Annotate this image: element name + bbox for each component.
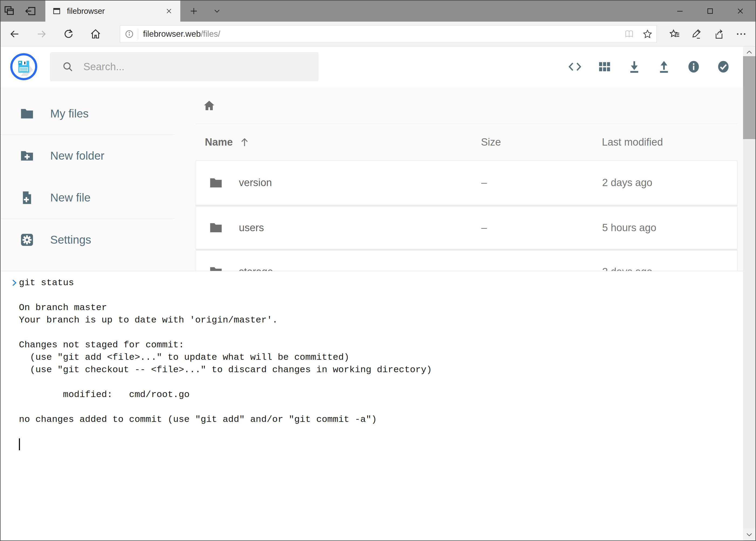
file-row-version[interactable]: version – 2 days ago <box>196 161 737 205</box>
terminal-command: git status <box>19 276 743 289</box>
new-tab-button[interactable] <box>185 1 202 22</box>
favorites-hub-icon <box>669 28 681 40</box>
page-content: Search... <box>1 46 755 540</box>
sidebar-item-my-files[interactable]: My files <box>1 93 175 135</box>
minimize-button[interactable] <box>665 1 695 22</box>
column-header-size[interactable]: Size <box>472 136 593 148</box>
file-size: – <box>472 177 593 189</box>
code-icon <box>568 59 582 74</box>
set-tabs-aside-button[interactable] <box>22 1 39 22</box>
grid-view-icon <box>597 59 612 74</box>
tab-preview-button[interactable] <box>1 1 18 22</box>
file-modified: 5 hours ago <box>593 222 737 234</box>
site-info-icon[interactable] <box>125 29 134 39</box>
raw-code-button[interactable] <box>567 59 583 74</box>
back-button[interactable] <box>1 22 28 46</box>
home-button[interactable] <box>82 22 109 46</box>
search-placeholder: Search... <box>84 61 125 73</box>
favorite-star-icon[interactable] <box>642 29 652 39</box>
terminal-line: no changes added to commit (use "git add… <box>19 413 743 426</box>
scrollbar-thumb[interactable] <box>743 56 755 139</box>
file-row-users[interactable]: users – 5 hours ago <box>196 205 737 249</box>
upload-button[interactable] <box>656 59 671 74</box>
forward-button[interactable] <box>28 22 55 46</box>
web-notes-pen-icon <box>691 28 703 40</box>
back-icon <box>9 28 20 40</box>
file-size: – <box>472 222 593 234</box>
grid-view-button[interactable] <box>597 59 612 74</box>
column-header-name[interactable]: Name <box>196 136 472 148</box>
close-icon <box>165 8 172 15</box>
tab-list-button[interactable] <box>208 1 226 22</box>
app-header: Search... <box>1 46 755 87</box>
app-actions <box>567 59 731 74</box>
terminal-cursor-line <box>19 438 743 450</box>
sidebar-item-label: My files <box>50 107 89 120</box>
home-icon <box>90 28 101 40</box>
terminal-line: Your branch is up to date with 'origin/m… <box>19 314 743 326</box>
select-button[interactable] <box>716 59 731 74</box>
sidebar-item-new-folder[interactable]: New folder <box>1 135 175 177</box>
more-options-button[interactable] <box>730 24 752 45</box>
folder-icon <box>19 106 35 121</box>
terminal-line: modified: cmd/root.go <box>19 388 743 401</box>
gear-icon <box>19 232 35 248</box>
text-cursor <box>19 438 20 450</box>
chevron-up-icon <box>745 48 753 56</box>
terminal-line <box>19 401 743 413</box>
folder-icon <box>209 221 223 235</box>
close-icon <box>736 7 744 15</box>
url-path: /files/ <box>201 29 220 39</box>
browser-toolbar: filebrowser.web/files/ <box>1 22 755 46</box>
terminal-line: On branch master <box>19 301 743 314</box>
sidebar-item-new-file[interactable]: New file <box>1 177 175 219</box>
home-icon[interactable] <box>203 99 216 112</box>
search-input[interactable]: Search... <box>50 52 319 81</box>
download-icon <box>627 59 641 74</box>
tab-close-button[interactable] <box>163 5 175 17</box>
file-name: users <box>239 222 264 234</box>
window-controls <box>665 1 755 22</box>
file-modified: 2 days ago <box>593 177 737 189</box>
tab-title: filebrowser <box>67 7 163 16</box>
browser-tab[interactable]: filebrowser <box>45 1 180 22</box>
url-text[interactable]: filebrowser.web/files/ <box>143 29 617 39</box>
chevron-down-icon <box>745 530 753 539</box>
reading-view-icon[interactable] <box>624 29 634 39</box>
close-window-button[interactable] <box>725 1 755 22</box>
set-tabs-aside-icon <box>24 5 36 17</box>
info-button[interactable] <box>686 59 701 74</box>
file-name: version <box>239 177 272 189</box>
sidebar-item-settings[interactable]: Settings <box>1 219 175 261</box>
browser-window: filebrowser <box>0 0 756 541</box>
favorites-hub-button[interactable] <box>664 24 686 45</box>
terminal-line <box>19 376 743 388</box>
maximize-button[interactable] <box>695 1 725 22</box>
more-options-icon <box>735 28 747 40</box>
scroll-down-button[interactable] <box>743 529 755 540</box>
terminal-line: (use "git checkout -- <file>..." to disc… <box>19 363 743 376</box>
page-scrollbar[interactable] <box>743 46 755 540</box>
column-header-modified[interactable]: Last modified <box>593 136 737 148</box>
terminal-panel[interactable]: git status On branch master Your branch … <box>1 271 743 540</box>
title-bar: filebrowser <box>1 1 755 22</box>
filebrowser-logo <box>10 53 37 80</box>
folder-icon <box>209 176 223 190</box>
share-button[interactable] <box>708 24 730 45</box>
toolbar-right-icons <box>664 24 752 45</box>
refresh-icon <box>63 28 74 40</box>
address-bar-actions <box>617 29 652 39</box>
upload-icon <box>657 59 671 74</box>
breadcrumb <box>196 87 737 124</box>
url-host: filebrowser.web <box>143 29 201 39</box>
maximize-icon <box>706 7 714 15</box>
chevron-down-icon <box>212 6 222 16</box>
download-button[interactable] <box>627 59 642 74</box>
refresh-button[interactable] <box>55 22 82 46</box>
web-notes-button[interactable] <box>686 24 708 45</box>
terminal-line: Changes not staged for commit: <box>19 339 743 351</box>
terminal-line <box>19 326 743 339</box>
address-bar[interactable]: filebrowser.web/files/ <box>120 25 657 43</box>
terminal-line <box>19 289 743 301</box>
sidebar-item-label: New file <box>50 191 91 204</box>
